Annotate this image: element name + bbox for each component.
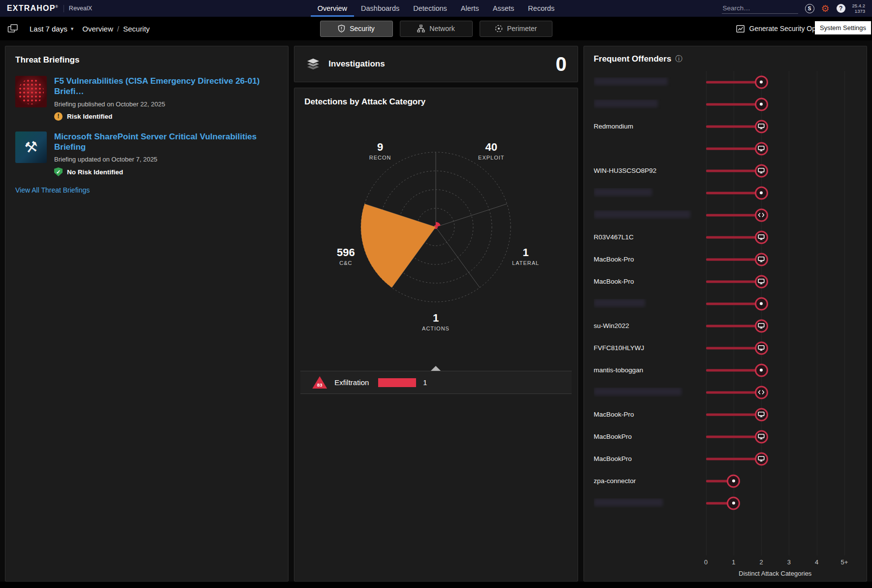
- offender-name-redacted[interactable]: [594, 210, 706, 220]
- radar-wedge-cc[interactable]: [361, 204, 436, 288]
- offender-name[interactable]: MacBookPro: [594, 433, 706, 440]
- device-marker-monitor-icon[interactable]: [755, 230, 768, 244]
- detection-count-bar: [378, 378, 416, 387]
- nav-tab-overview[interactable]: Overview: [311, 0, 354, 17]
- offender-name-redacted[interactable]: [594, 99, 706, 109]
- offender-track: [706, 204, 844, 226]
- device-marker-dot-icon[interactable]: [755, 297, 768, 310]
- right-column: Frequent Offenders ⓘ RedmondiumWIN-HU3SC…: [583, 46, 867, 582]
- device-marker-dot-icon[interactable]: [727, 474, 740, 488]
- device-marker-monitor-icon[interactable]: [755, 275, 768, 288]
- detections-by-attack-category-card: Detections by Attack Category 9RECON40EX…: [294, 88, 578, 582]
- device-marker-code-icon[interactable]: [755, 386, 768, 399]
- time-range-label: Last 7 days: [30, 25, 67, 33]
- offender-row: zpa-connector: [594, 470, 857, 492]
- subscription-icon[interactable]: S: [805, 4, 814, 13]
- offender-name[interactable]: su-Win2022: [594, 322, 706, 329]
- nav-tab-records[interactable]: Records: [521, 0, 561, 17]
- device-marker-dot-icon[interactable]: [755, 98, 768, 111]
- briefing-title-link[interactable]: F5 Vulnerabilities (CISA Emergency Direc…: [54, 76, 278, 97]
- device-marker-monitor-icon[interactable]: [755, 452, 768, 465]
- radar-category-exploit: EXPLOIT: [479, 155, 505, 161]
- breadcrumb-overview[interactable]: Overview: [82, 25, 113, 33]
- offender-name[interactable]: FVFC810HLYWJ: [594, 344, 706, 352]
- device-marker-dot-icon[interactable]: [755, 75, 768, 89]
- offender-track: [706, 425, 844, 448]
- offender-name[interactable]: MacBook-Pro: [594, 278, 706, 285]
- search-input[interactable]: [722, 3, 798, 14]
- device-marker-monitor-icon[interactable]: [755, 430, 768, 443]
- nav-tab-dashboards[interactable]: Dashboards: [354, 0, 406, 17]
- offender-name-redacted[interactable]: [594, 77, 706, 87]
- device-marker-dot-icon[interactable]: [755, 186, 768, 199]
- briefing-title-link[interactable]: Microsoft SharePoint Server Critical Vul…: [54, 131, 278, 153]
- offender-row: [594, 182, 857, 204]
- offender-name[interactable]: Redmondium: [594, 123, 706, 130]
- offender-name[interactable]: MacBookPro: [594, 455, 706, 462]
- offender-name[interactable]: R03V467L1C: [594, 233, 706, 241]
- redacted-name-blur: [594, 210, 690, 218]
- device-marker-monitor-icon[interactable]: [755, 319, 768, 332]
- middle-column: Investigations 0 Detections by Attack Ca…: [294, 46, 578, 582]
- radar-value-lateral: 1: [523, 246, 529, 259]
- device-marker-monitor-icon[interactable]: [755, 408, 768, 421]
- radar-value-exploit: 40: [485, 141, 497, 153]
- briefing-status: !Risk Identified: [54, 112, 278, 121]
- offender-name-redacted[interactable]: [594, 498, 706, 508]
- nav-tab-assets[interactable]: Assets: [486, 0, 521, 17]
- gear-icon[interactable]: ⚙: [821, 4, 830, 13]
- device-marker-code-icon[interactable]: [755, 208, 768, 222]
- view-all-threat-briefings-link[interactable]: View All Threat Briefings: [15, 186, 90, 194]
- time-range-selector[interactable]: Last 7 days ▾: [30, 25, 73, 33]
- threat-briefings-card: Threat Briefings F5 Vulnerabilities (CIS…: [5, 46, 289, 582]
- offender-name[interactable]: MacBook-Pro: [594, 256, 706, 263]
- offender-name-redacted[interactable]: [594, 299, 706, 308]
- lollipop-line: [706, 369, 762, 371]
- nav-tab-alerts[interactable]: Alerts: [454, 0, 486, 17]
- breadcrumb: Overview / Security: [82, 25, 150, 33]
- device-marker-dot-icon[interactable]: [755, 363, 768, 377]
- investigations-card[interactable]: Investigations 0: [294, 46, 578, 82]
- detections-title: Detections by Attack Category: [304, 97, 567, 107]
- view-button-network[interactable]: Network: [400, 21, 473, 37]
- offender-row: [594, 137, 857, 160]
- device-marker-monitor-icon[interactable]: [755, 142, 768, 155]
- device-marker-monitor-icon[interactable]: [755, 253, 768, 266]
- breadcrumb-security[interactable]: Security: [123, 25, 150, 33]
- help-icon[interactable]: ?: [837, 4, 845, 13]
- extrahop-logo[interactable]: EXTRAHOP®: [7, 4, 59, 13]
- threat-briefings-title: Threat Briefings: [15, 55, 278, 65]
- lollipop-line: [706, 347, 762, 349]
- offender-name[interactable]: zpa-connector: [594, 477, 706, 485]
- device-marker-monitor-icon[interactable]: [755, 120, 768, 133]
- offender-row: [594, 492, 857, 514]
- device-marker-monitor-icon[interactable]: [755, 164, 768, 177]
- lollipop-line: [706, 147, 762, 150]
- device-marker-monitor-icon[interactable]: [755, 341, 768, 355]
- lollipop-line: [706, 280, 762, 283]
- offender-track: [706, 160, 844, 182]
- offender-row: MacBookPro: [594, 425, 857, 448]
- briefing-thumbnail-sharepoint-tools[interactable]: ⚒: [15, 131, 47, 163]
- offender-name-redacted[interactable]: [594, 388, 706, 397]
- offender-name-redacted[interactable]: [594, 188, 706, 197]
- nav-tab-detections[interactable]: Detections: [406, 0, 454, 17]
- briefing-thumbnail-f5-red-dots[interactable]: [15, 76, 47, 107]
- risk-score: 83: [312, 382, 327, 388]
- device-marker-dot-icon[interactable]: [727, 496, 740, 510]
- generate-report-button[interactable]: Generate Security Op: [736, 25, 816, 33]
- panels-icon[interactable]: [5, 21, 21, 36]
- toolbar: Last 7 days ▾ Overview / Security Securi…: [0, 17, 872, 40]
- detection-detail-row[interactable]: 83 Exfiltration 1: [300, 371, 571, 394]
- radar-category-actions: ACTIONS: [422, 326, 450, 331]
- view-button-security[interactable]: Security: [320, 21, 393, 37]
- offender-name[interactable]: WIN-HU3SCSO8P92: [594, 167, 706, 174]
- view-button-perimeter[interactable]: Perimeter: [480, 21, 552, 37]
- offender-row: [594, 71, 857, 93]
- attack-category-radar-chart: 9RECON40EXPLOIT1LATERAL1ACTIONS596C&C: [296, 109, 575, 365]
- frequent-offenders-card: Frequent Offenders ⓘ RedmondiumWIN-HU3SC…: [583, 46, 867, 582]
- info-icon[interactable]: ⓘ: [675, 55, 682, 64]
- offender-name[interactable]: mantis-toboggan: [594, 366, 706, 374]
- offender-name[interactable]: MacBook-Pro: [594, 411, 706, 418]
- detection-type-label[interactable]: Exfiltration: [334, 378, 369, 387]
